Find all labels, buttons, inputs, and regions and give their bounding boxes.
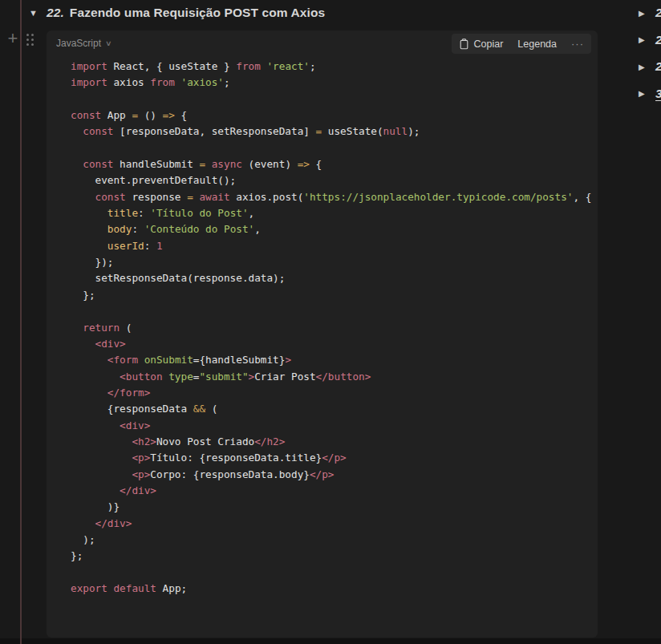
code-line: <h2>Novo Post Criado</h2>	[71, 434, 598, 450]
copy-button[interactable]: Copiar	[452, 34, 511, 54]
caption-button-label: Legenda	[517, 38, 557, 50]
left-accent-line	[20, 0, 22, 644]
toggle-collapsed-icon[interactable]: ▶	[639, 89, 655, 98]
drag-handle-icon[interactable]	[26, 34, 36, 48]
code-line: <form onSubmit={handleSubmit}>	[71, 352, 598, 368]
language-selector[interactable]: JavaScript ∨	[56, 38, 112, 49]
code-line: export default App;	[71, 581, 598, 597]
code-line: </div>	[71, 483, 598, 499]
add-block-button[interactable]: +	[4, 30, 22, 48]
code-line: <div>	[71, 418, 598, 434]
code-line: return (	[71, 320, 598, 336]
code-line: import axios from 'axios';	[71, 75, 598, 91]
code-block: JavaScript ∨ Copiar Legenda	[47, 30, 598, 638]
chevron-down-icon: ∨	[105, 39, 112, 47]
code-line: <p>Corpo: {responseData.body}</p>	[71, 467, 598, 483]
code-line: title: 'Título do Post',	[71, 205, 598, 221]
code-line: });	[71, 254, 598, 270]
code-line: );	[71, 532, 598, 548]
code-line: <p>Título: {responseData.title}</p>	[71, 450, 598, 466]
right-column: ▶2▶2▶2▶3	[639, 5, 661, 112]
toggle-title: 3	[655, 87, 661, 101]
collapsed-toggle-item[interactable]: ▶3	[639, 86, 661, 102]
code-content[interactable]: import React, { useState } from 'react';…	[47, 56, 598, 597]
code-line: const handleSubmit = async (event) => {	[71, 156, 598, 172]
language-label: JavaScript	[56, 38, 101, 49]
code-line: <button type="submit">Criar Post</button…	[71, 369, 598, 385]
toggle-title: 2	[655, 6, 661, 20]
toggle-title: 2	[655, 33, 661, 47]
code-toolbar: Copiar Legenda ···	[452, 34, 592, 54]
code-line: {responseData && (	[71, 401, 598, 417]
code-line: <div>	[71, 336, 598, 352]
code-line	[71, 140, 598, 156]
toggle-collapsed-icon[interactable]: ▶	[639, 9, 655, 18]
code-line: </form>	[71, 385, 598, 401]
heading-number: 22.	[47, 6, 64, 19]
toggle-open-icon[interactable]: ▼	[29, 8, 47, 18]
code-line	[71, 303, 598, 319]
code-line	[71, 565, 598, 581]
notion-page: + ▼ 22.Fazendo uma Requisição POST com A…	[0, 0, 661, 644]
code-line: event.preventDefault();	[71, 172, 598, 188]
code-line: };	[71, 548, 598, 564]
code-line: userId: 1	[71, 238, 598, 254]
toggle-title: 2	[655, 59, 661, 74]
code-line: import React, { useState } from 'react';	[71, 59, 598, 75]
code-line: )}	[71, 499, 598, 515]
code-line: setResponseData(response.data);	[71, 270, 598, 286]
copy-button-label: Copiar	[474, 38, 504, 50]
toggle-collapsed-icon[interactable]: ▶	[639, 63, 655, 71]
code-line: const response = await axios.post('https…	[71, 189, 598, 205]
code-line: const [responseData, setResponseData] = …	[71, 124, 598, 140]
collapsed-toggle-item[interactable]: ▶2	[639, 59, 661, 75]
more-options-button[interactable]: ···	[564, 38, 591, 50]
toggle-collapsed-icon[interactable]: ▶	[639, 35, 655, 44]
ellipsis-icon: ···	[571, 38, 584, 50]
code-block-header: JavaScript ∨ Copiar Legenda	[47, 30, 598, 56]
code-line: };	[71, 287, 598, 303]
code-line: const App = () => {	[71, 107, 598, 124]
page-heading[interactable]: 22.Fazendo uma Requisição POST com Axios	[47, 6, 325, 20]
toggle-heading: ▼ 22.Fazendo uma Requisição POST com Axi…	[29, 6, 325, 20]
code-line: body: 'Conteúdo do Post',	[71, 221, 598, 237]
copy-icon	[459, 38, 469, 50]
collapsed-toggle-item[interactable]: ▶2	[639, 5, 661, 21]
bottom-edge-strip	[0, 638, 661, 644]
collapsed-toggle-item[interactable]: ▶2	[639, 32, 661, 48]
code-line	[71, 91, 598, 107]
caption-button[interactable]: Legenda	[510, 34, 564, 54]
heading-title: Fazendo uma Requisição POST com Axios	[70, 6, 325, 19]
code-line: </div>	[71, 516, 598, 532]
